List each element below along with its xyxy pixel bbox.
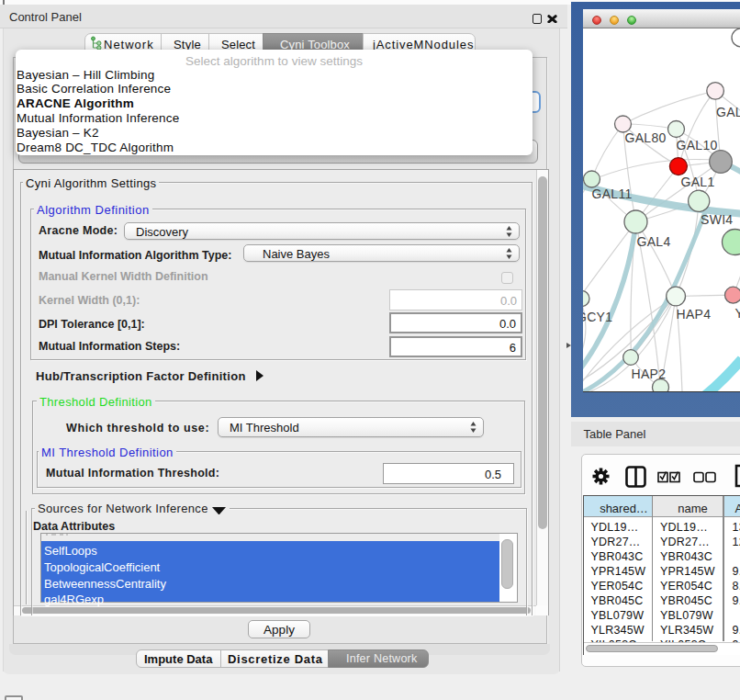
svg-text:SWI4: SWI4 — [701, 212, 733, 227]
svg-text:HAP2: HAP2 — [631, 366, 666, 380]
svg-text:HAP4: HAP4 — [676, 306, 711, 321]
svg-text:GAL1: GAL1 — [680, 175, 714, 189]
svg-text:GAL80: GAL80 — [624, 130, 666, 144]
svg-text:GAL11: GAL11 — [591, 186, 632, 201]
svg-text:GAL7: GAL7 — [716, 105, 740, 119]
svg-text:Y: Y — [734, 306, 740, 321]
svg-text:GAL10: GAL10 — [676, 137, 717, 152]
svg-text:GCY1: GCY1 — [583, 310, 612, 324]
svg-text:GAL4: GAL4 — [636, 233, 670, 248]
